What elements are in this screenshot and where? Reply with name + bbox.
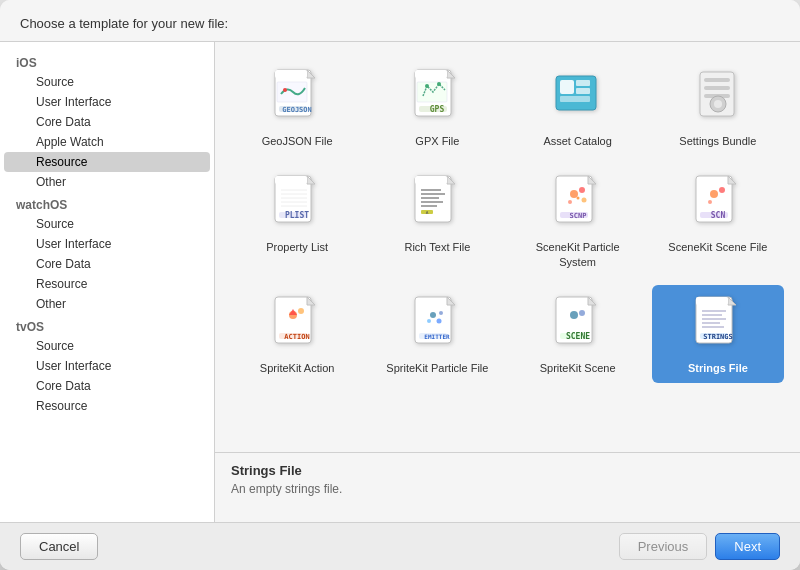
sidebar-group-tvos: tvOS bbox=[0, 314, 214, 336]
svg-point-14 bbox=[437, 82, 441, 86]
template-label-spritekit-particle: SpriteKit Particle File bbox=[386, 361, 488, 375]
sidebar-item-core-data[interactable]: Core Data bbox=[4, 112, 210, 132]
dialog-body: iOSSourceUser InterfaceCore DataApple Wa… bbox=[0, 42, 800, 522]
template-icon-rich-text: A bbox=[409, 172, 465, 236]
template-item-geojson[interactable]: GEOJSON GeoJSON File bbox=[231, 58, 363, 156]
svg-point-59 bbox=[710, 190, 718, 198]
svg-text:EMITTER: EMITTER bbox=[425, 333, 451, 340]
template-item-scenekit-scene[interactable]: SCN SceneKit Scene File bbox=[652, 164, 784, 277]
svg-point-75 bbox=[427, 319, 431, 323]
sidebar-item-resource[interactable]: Resource bbox=[4, 152, 210, 172]
template-label-spritekit-scene: SpriteKit Scene bbox=[540, 361, 616, 375]
template-item-rich-text[interactable]: A Rich Text File bbox=[371, 164, 503, 277]
template-item-strings-file[interactable]: STRINGS Strings File bbox=[652, 285, 784, 383]
sidebar-item-source[interactable]: Source bbox=[4, 336, 210, 356]
template-label-geojson: GeoJSON File bbox=[262, 134, 333, 148]
svg-rect-21 bbox=[704, 78, 730, 82]
template-label-settings-bundle: Settings Bundle bbox=[679, 134, 756, 148]
template-item-spritekit-action[interactable]: ACTION SpriteKit Action bbox=[231, 285, 363, 383]
next-button[interactable]: Next bbox=[715, 533, 780, 560]
dialog-title: Choose a template for your new file: bbox=[0, 0, 800, 42]
svg-rect-2 bbox=[275, 70, 307, 78]
svg-text:PLIST: PLIST bbox=[285, 211, 309, 220]
template-label-scenekit-particle: SceneKit Particle System bbox=[520, 240, 636, 269]
template-grid: GEOJSON GeoJSON File GPS GPX File Asset … bbox=[215, 42, 800, 452]
svg-point-51 bbox=[579, 187, 585, 193]
sidebar-item-core-data[interactable]: Core Data bbox=[4, 254, 210, 274]
template-label-gpx: GPX File bbox=[415, 134, 459, 148]
dialog-footer: Cancel Previous Next bbox=[0, 522, 800, 570]
template-label-spritekit-action: SpriteKit Action bbox=[260, 361, 335, 375]
template-item-spritekit-scene[interactable]: SCENE SpriteKit Scene bbox=[512, 285, 644, 383]
sidebar-group-ios: iOS bbox=[0, 50, 214, 72]
svg-rect-17 bbox=[576, 80, 590, 86]
nav-buttons: Previous Next bbox=[619, 533, 780, 560]
svg-rect-16 bbox=[560, 80, 574, 94]
template-item-asset-catalog[interactable]: Asset Catalog bbox=[512, 58, 644, 156]
template-item-spritekit-particle[interactable]: EMITTER SpriteKit Particle File bbox=[371, 285, 503, 383]
template-label-property-list: Property List bbox=[266, 240, 328, 254]
svg-text:GEOJSON: GEOJSON bbox=[282, 106, 312, 114]
svg-text:SCENE: SCENE bbox=[566, 332, 590, 341]
sidebar-item-source[interactable]: Source bbox=[4, 72, 210, 92]
svg-text:SCNP: SCNP bbox=[569, 212, 586, 220]
sidebar-item-other[interactable]: Other bbox=[4, 172, 210, 192]
description-panel: Strings File An empty strings file. bbox=[215, 452, 800, 522]
sidebar-item-resource[interactable]: Resource bbox=[4, 274, 210, 294]
template-icon-strings-file: STRINGS bbox=[690, 293, 746, 357]
svg-point-6 bbox=[283, 88, 287, 92]
svg-point-67 bbox=[298, 308, 304, 314]
sidebar-item-user-interface[interactable]: User Interface bbox=[4, 234, 210, 254]
sidebar-item-apple-watch[interactable]: Apple Watch bbox=[4, 132, 210, 152]
template-item-gpx[interactable]: GPS GPX File bbox=[371, 58, 503, 156]
sidebar-item-user-interface[interactable]: User Interface bbox=[4, 356, 210, 376]
template-icon-asset-catalog bbox=[550, 66, 606, 130]
template-icon-geojson: GEOJSON bbox=[269, 66, 325, 130]
main-content: GEOJSON GeoJSON File GPS GPX File Asset … bbox=[215, 42, 800, 522]
svg-point-54 bbox=[576, 197, 579, 200]
template-item-settings-bundle[interactable]: Settings Bundle bbox=[652, 58, 784, 156]
sidebar-item-core-data[interactable]: Core Data bbox=[4, 376, 210, 396]
description-text: An empty strings file. bbox=[231, 482, 784, 496]
template-label-strings-file: Strings File bbox=[688, 361, 748, 375]
template-icon-spritekit-scene: SCENE bbox=[550, 293, 606, 357]
svg-text:STRINGS: STRINGS bbox=[703, 333, 733, 341]
sidebar-item-resource[interactable]: Resource bbox=[4, 396, 210, 416]
previous-button[interactable]: Previous bbox=[619, 533, 708, 560]
svg-point-61 bbox=[708, 200, 712, 204]
svg-point-82 bbox=[579, 310, 585, 316]
sidebar-item-other[interactable]: Other bbox=[4, 294, 210, 314]
sidebar-item-user-interface[interactable]: User Interface bbox=[4, 92, 210, 112]
svg-text:SCN: SCN bbox=[711, 211, 726, 220]
description-title: Strings File bbox=[231, 463, 784, 478]
template-label-scenekit-scene: SceneKit Scene File bbox=[668, 240, 767, 254]
template-icon-spritekit-action: ACTION bbox=[269, 293, 325, 357]
svg-text:A: A bbox=[426, 210, 429, 215]
template-icon-scenekit-scene: SCN bbox=[690, 172, 746, 236]
svg-point-73 bbox=[430, 312, 436, 318]
svg-point-76 bbox=[437, 318, 442, 323]
svg-point-13 bbox=[425, 84, 429, 88]
template-item-property-list[interactable]: PLIST Property List bbox=[231, 164, 363, 277]
template-icon-gpx: GPS bbox=[409, 66, 465, 130]
sidebar-group-watchos: watchOS bbox=[0, 192, 214, 214]
dialog: Choose a template for your new file: iOS… bbox=[0, 0, 800, 570]
svg-text:ACTION: ACTION bbox=[284, 333, 309, 341]
svg-rect-28 bbox=[275, 176, 307, 184]
template-label-asset-catalog: Asset Catalog bbox=[543, 134, 611, 148]
svg-rect-9 bbox=[415, 70, 447, 78]
svg-point-81 bbox=[570, 311, 578, 319]
svg-rect-22 bbox=[704, 86, 730, 90]
template-icon-spritekit-particle: EMITTER bbox=[409, 293, 465, 357]
template-icon-property-list: PLIST bbox=[269, 172, 325, 236]
svg-point-74 bbox=[439, 311, 443, 315]
cancel-button[interactable]: Cancel bbox=[20, 533, 98, 560]
sidebar-item-source[interactable]: Source bbox=[4, 214, 210, 234]
svg-text:GPS: GPS bbox=[430, 105, 445, 114]
svg-point-52 bbox=[568, 200, 572, 204]
template-item-scenekit-particle[interactable]: SCNP SceneKit Particle System bbox=[512, 164, 644, 277]
svg-point-60 bbox=[719, 187, 725, 193]
sidebar: iOSSourceUser InterfaceCore DataApple Wa… bbox=[0, 42, 215, 522]
svg-point-53 bbox=[581, 198, 586, 203]
svg-rect-18 bbox=[576, 88, 590, 94]
